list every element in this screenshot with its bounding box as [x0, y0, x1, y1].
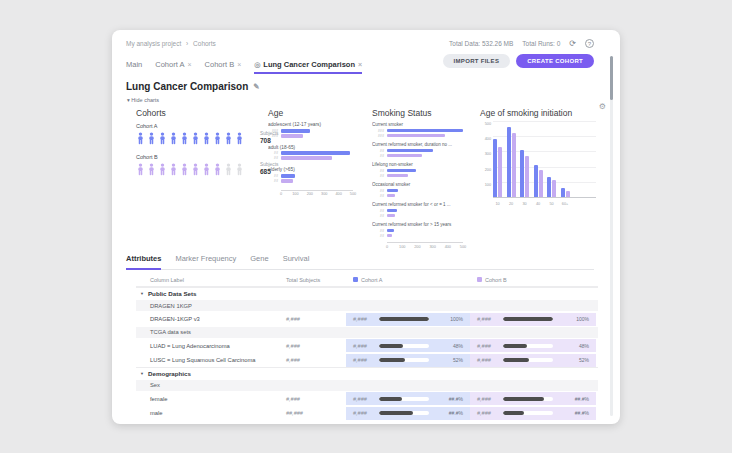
tab-survival[interactable]: Survival — [283, 254, 310, 269]
chart-bar-row: ## — [372, 154, 478, 158]
create-cohort-button[interactable]: CREATE COHORT — [516, 54, 594, 68]
cell-value: #,### — [353, 357, 379, 363]
tab-lung-cancer-comparison[interactable]: ◎Lung Cancer Comparison× — [254, 60, 362, 74]
tab-marker-frequency[interactable]: Marker Frequency — [175, 254, 236, 269]
smoking-chart-title: Smoking Status — [372, 108, 478, 118]
y-axis-tick-label: 300 — [480, 152, 491, 156]
edit-title-icon[interactable]: ✎ — [253, 82, 259, 91]
bar-value-label: ### — [268, 134, 278, 138]
bar-cohort-b — [281, 156, 332, 160]
cohort-b-header: Cohort B — [470, 273, 596, 286]
chart-group: adult (18-65)#### — [268, 145, 368, 161]
person-icon — [235, 162, 244, 180]
help-icon[interactable]: ? — [585, 39, 594, 48]
import-files-button[interactable]: IMPORT FILES — [443, 54, 511, 68]
vbar-cohort-b — [566, 191, 570, 197]
bar-cohort-a — [387, 149, 433, 152]
chart-settings-gear-icon[interactable]: ⚙ — [599, 102, 606, 111]
person-icon — [224, 131, 233, 149]
chart-category-label: adolescent (12-17 years) — [268, 122, 368, 127]
tab-label: Cohort A — [155, 60, 184, 69]
cell-percent: ##.#% — [553, 396, 589, 402]
action-buttons: IMPORT FILES CREATE COHORT — [443, 54, 594, 74]
chart-category-label: Current smoker — [372, 122, 478, 127]
cell-value: #,### — [477, 410, 503, 416]
breadcrumb-project[interactable]: My analysis project — [126, 40, 181, 47]
cell-bar-track — [379, 344, 429, 348]
bar-value-label: ## — [372, 174, 384, 178]
chart-bar-row: ### — [268, 134, 368, 138]
table-section-row[interactable]: ▼Public Data Sets — [136, 287, 598, 299]
top-stats: Total Data: 532.26 MB Total Runs: 0 ⟳ ? — [449, 39, 594, 48]
cell-bar-fill — [379, 344, 403, 348]
vbar-cohort-a — [507, 127, 511, 197]
bar-value-label: ## — [372, 149, 384, 153]
axis-tick-label: 200 — [414, 245, 420, 249]
vbar-cohort-a — [534, 165, 538, 197]
scrollbar-track[interactable] — [610, 56, 613, 416]
cell-percent: 100% — [553, 316, 589, 322]
person-icon — [213, 131, 222, 149]
row-label: female — [136, 396, 286, 402]
x-axis-tick-label: 60+ — [561, 202, 570, 206]
person-icon — [202, 131, 211, 149]
cell-bar-track — [379, 397, 429, 401]
bar-value-label: ## — [372, 229, 384, 233]
table-section-row[interactable]: ▼Demographics — [136, 367, 598, 379]
y-axis-tick-label: 100 — [480, 183, 491, 187]
person-icon — [235, 131, 244, 149]
cell-value: #,### — [353, 343, 379, 349]
caret-down-icon: ▼ — [140, 371, 144, 376]
table-header-row: Column Label Total Subjects Cohort A Coh… — [136, 273, 598, 287]
row-total-subjects: #,### — [286, 316, 346, 322]
cell-bar-fill — [503, 317, 553, 321]
tab-attributes[interactable]: Attributes — [126, 254, 161, 270]
hide-charts-toggle[interactable]: ▾ Hide charts — [127, 97, 159, 103]
breadcrumb[interactable]: My analysis project › Cohorts — [126, 40, 219, 47]
person-icon — [202, 162, 211, 180]
tab-cohort-a[interactable]: Cohort A× — [155, 60, 191, 74]
chart-x-axis: 0100200300400500 — [387, 242, 463, 250]
row-total-subjects: #,### — [286, 357, 346, 363]
person-icon — [213, 162, 222, 180]
table-subsection-row: Sex — [136, 380, 598, 391]
cell-bar-track — [379, 317, 429, 321]
breadcrumb-section[interactable]: Cohorts — [193, 40, 216, 47]
bar-value-label: ## — [372, 189, 384, 193]
cell-bar-fill — [379, 411, 413, 415]
close-tab-icon[interactable]: × — [237, 61, 241, 68]
chart-group: elderly (>65)#### — [268, 167, 368, 183]
bar-cohort-b — [387, 174, 408, 177]
scrollbar-thumb[interactable] — [610, 56, 613, 100]
row-total-subjects: ##,### — [286, 410, 346, 416]
cell-percent: 52% — [553, 357, 589, 363]
cohort-icon-row — [136, 131, 252, 149]
axis-tick-label: 400 — [335, 192, 341, 196]
row-total-subjects: #,### — [286, 396, 346, 402]
refresh-icon[interactable]: ⟳ — [569, 40, 576, 48]
bar-cohort-a — [387, 209, 397, 212]
table-row: DRAGEN-1KGP v3#,####,###100%#,###100% — [136, 313, 598, 326]
age-chart: adolescent (12-17 years)######adult (18-… — [268, 122, 368, 198]
y-axis-tick-label: 400 — [480, 137, 491, 141]
comparison-tab-icon: ◎ — [254, 61, 260, 69]
bar-cohort-b — [387, 194, 395, 197]
tab-row: MainCohort A×Cohort B×◎Lung Cancer Compa… — [126, 54, 594, 74]
chart-group: Current reformed smoker, duration no ...… — [372, 142, 478, 158]
tab-main[interactable]: Main — [126, 60, 142, 74]
cell-value: #,### — [353, 316, 379, 322]
tab-cohort-b[interactable]: Cohort B× — [205, 60, 242, 74]
bar-cohort-b — [387, 154, 422, 157]
person-icon — [180, 131, 189, 149]
bar-cohort-a — [387, 169, 416, 172]
close-tab-icon[interactable]: × — [358, 61, 362, 68]
chart-category-label: Current reformed smoker, duration no ... — [372, 142, 478, 147]
close-tab-icon[interactable]: × — [187, 61, 191, 68]
workspace-tabs: MainCohort A×Cohort B×◎Lung Cancer Compa… — [126, 60, 362, 74]
tab-gene[interactable]: Gene — [250, 254, 268, 269]
bar-cohort-b — [387, 234, 392, 237]
table-row: male##,####,#####.#%#,#####.#% — [136, 407, 598, 420]
chart-bar-row: ## — [268, 156, 368, 160]
initiation-chart-panel: Age of smoking initiation 10020030040050… — [480, 108, 596, 210]
tab-label: Cohort B — [205, 60, 235, 69]
